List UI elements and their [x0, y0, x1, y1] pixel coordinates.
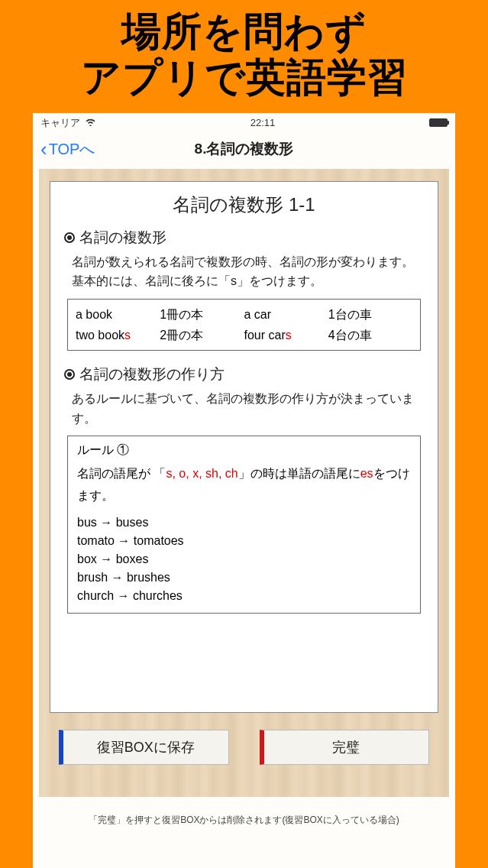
bullet-icon [64, 369, 75, 380]
example-line: box → boxes [77, 550, 411, 568]
section1-body: 名詞が数えられる名詞で複数形の時、名詞の形が変わります。基本的には、名詞に後ろに… [72, 252, 424, 291]
rule-text: 名詞の語尾が 「s, o, x, sh, ch」の時は単語の語尾にesをつけます… [77, 463, 411, 507]
example-line: tomato → tomatoes [77, 532, 411, 550]
back-label: TOPへ [49, 139, 95, 160]
example-line: bus → buses [77, 513, 411, 532]
rule-examples: bus → buses tomato → tomatoes box → boxe… [77, 513, 411, 605]
cell: four cars [244, 325, 328, 345]
wifi-icon [85, 117, 96, 128]
card-title: 名詞の複数形 1-1 [64, 193, 424, 217]
nav-bar: ‹ TOPへ 8.名詞の複数形 [33, 133, 455, 169]
cell: 4台の車 [328, 325, 412, 345]
chevron-left-icon: ‹ [40, 139, 47, 159]
promo-line2: アプリで英語学習 [0, 55, 488, 101]
bullet-icon [64, 232, 75, 243]
perfect-button[interactable]: 完璧 [260, 730, 430, 765]
carrier-label: キャリア [40, 116, 80, 130]
section1-head: 名詞の複数形 [64, 228, 424, 248]
back-button[interactable]: ‹ TOPへ [40, 139, 95, 160]
bottom-hint: 「完璧」を押すと復習BOXからは削除されます(復習BOXに入っている場合) [33, 797, 455, 827]
example-table: a book 1冊の本 a car 1台の車 two books 2冊の本 fo… [67, 299, 421, 351]
cell: a car [244, 304, 328, 325]
cell: a book [76, 304, 160, 325]
example-line: brush → brushes [77, 568, 411, 587]
content-background: 名詞の複数形 1-1 名詞の複数形 名詞が数えられる名詞で複数形の時、名詞の形が… [39, 169, 449, 797]
page-title: 8.名詞の複数形 [33, 139, 455, 159]
phone-frame: キャリア 22:11 ‹ TOPへ 8.名詞の複数形 名詞の複数形 1-1 名詞… [33, 113, 455, 868]
section2-body: あるルールに基づいて、名詞の複数形の作り方が決まっています。 [72, 389, 424, 428]
rule-box: ルール ① 名詞の語尾が 「s, o, x, sh, ch」の時は単語の語尾にe… [67, 436, 421, 614]
promo-banner: 場所を問わず アプリで英語学習 [0, 0, 488, 107]
promo-line1: 場所を問わず [0, 9, 488, 55]
battery-icon [429, 118, 448, 127]
table-row: a book 1冊の本 a car 1台の車 [76, 304, 412, 325]
status-bar: キャリア 22:11 [33, 113, 455, 133]
status-left: キャリア [40, 116, 96, 130]
section2-head-text: 名詞の複数形の作り方 [79, 364, 225, 384]
save-to-review-button[interactable]: 復習BOXに保存 [59, 730, 229, 765]
cell: two books [76, 325, 160, 345]
status-time: 22:11 [250, 117, 276, 128]
cell: 2冊の本 [160, 325, 244, 345]
button-row: 復習BOXに保存 完璧 [50, 730, 438, 765]
table-row: two books 2冊の本 four cars 4台の車 [76, 325, 412, 345]
cell: 1冊の本 [160, 304, 244, 325]
example-line: church → churches [77, 587, 411, 605]
section1-head-text: 名詞の複数形 [79, 228, 166, 248]
rule-label: ルール ① [77, 442, 411, 458]
lesson-card: 名詞の複数形 1-1 名詞の複数形 名詞が数えられる名詞で複数形の時、名詞の形が… [50, 181, 438, 713]
section2-head: 名詞の複数形の作り方 [64, 364, 424, 384]
cell: 1台の車 [328, 304, 412, 325]
